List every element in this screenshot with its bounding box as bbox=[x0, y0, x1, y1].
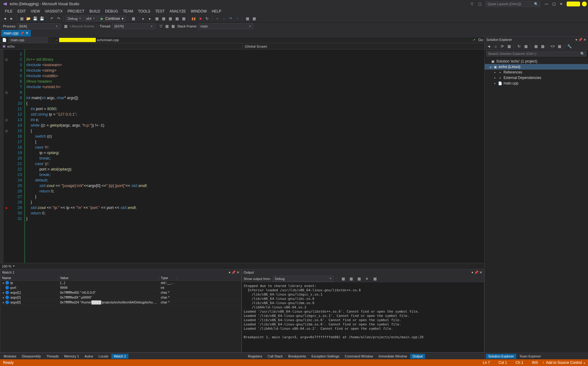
code-content[interactable]: //c++ std library #include <iostream> #i… bbox=[24, 49, 484, 263]
pin-icon[interactable]: 📌 bbox=[474, 271, 479, 274]
glyph-margin[interactable]: ⊟ ⊟⊟ ⊟ ● bbox=[4, 49, 9, 263]
lifecycle-events-button[interactable]: ▦ bbox=[63, 23, 69, 29]
tree-external-deps[interactable]: ▸▪External Dependencies bbox=[485, 75, 588, 81]
menu-tools[interactable]: TOOLS bbox=[136, 9, 153, 13]
break-all-button[interactable]: ▮▮ bbox=[191, 16, 197, 22]
watch-row[interactable]: ▸🔵 argv[0]0x7fffffffed24 "/home/████/pro… bbox=[0, 300, 241, 305]
toolbar-icon[interactable]: ▦ bbox=[181, 16, 187, 22]
restart-button[interactable]: ↻ bbox=[204, 16, 210, 22]
toolbar-icon[interactable]: ▦ bbox=[170, 23, 176, 29]
watch-grid[interactable]: NameValueType ▸🔵 ip{...}std::__cxx 🔵 por… bbox=[0, 275, 241, 352]
toolbar-icon[interactable]: ▦ bbox=[174, 16, 180, 22]
watch-row[interactable]: 🔵 port9999int bbox=[0, 285, 241, 290]
se-showall-button[interactable]: ▦ bbox=[533, 43, 539, 49]
menu-window[interactable]: WINDOW bbox=[188, 9, 209, 13]
toolbar-icon[interactable]: ▦ bbox=[251, 16, 257, 22]
close-icon[interactable]: ✕ bbox=[26, 31, 28, 35]
nav-back-button[interactable]: ◄ bbox=[2, 16, 8, 22]
toolbar-icon[interactable]: ▦ bbox=[356, 276, 362, 282]
toolbar-icon[interactable]: ▦ bbox=[160, 16, 167, 22]
tab-team-explorer[interactable]: Team Explorer bbox=[517, 354, 543, 359]
stackframe-combo[interactable]: main▼ bbox=[199, 23, 253, 29]
undo-button[interactable]: ↶ bbox=[49, 16, 55, 22]
tree-maincpp[interactable]: ▸📄main.cpp bbox=[485, 81, 588, 86]
toolbar-icon[interactable]: ▦ bbox=[167, 16, 173, 22]
se-tree[interactable]: ▣Solution 'echo' (1 project) ◢▣echo (Lin… bbox=[485, 57, 588, 353]
se-back-button[interactable]: ◄ bbox=[486, 43, 492, 49]
tab-modules[interactable]: Modules bbox=[1, 354, 19, 359]
menu-view[interactable]: VIEW bbox=[28, 9, 43, 13]
se-wrench-button[interactable]: 🔧 bbox=[566, 43, 572, 49]
breakpoint-icon[interactable]: ● bbox=[4, 205, 9, 210]
tab-command[interactable]: Command Window bbox=[342, 354, 375, 359]
se-pending-button[interactable]: ▦ bbox=[506, 43, 512, 49]
dropdown-icon[interactable]: ▾ bbox=[229, 271, 231, 274]
notifications-icon[interactable]: ▢ bbox=[477, 1, 482, 7]
se-preview-button[interactable]: ▦ bbox=[556, 43, 562, 49]
se-properties-button[interactable]: ▦ bbox=[540, 43, 546, 49]
tab-autos[interactable]: Autos bbox=[82, 354, 95, 359]
tab-solution-explorer[interactable]: Solution Explorer bbox=[486, 354, 516, 359]
tree-references[interactable]: ▸▪References bbox=[485, 70, 588, 75]
output-from-combo[interactable]: Debug▼ bbox=[273, 276, 334, 282]
toolbar-icon[interactable]: ▽ bbox=[158, 23, 164, 29]
tab-memory1[interactable]: Memory 1 bbox=[62, 354, 81, 359]
watch-row[interactable]: ▸🔵 argv[2]0x7fffffffed5f "-p9999"char * bbox=[0, 295, 241, 300]
zoom-combo[interactable]: 100 %▼ bbox=[0, 263, 484, 269]
se-collapse-button[interactable]: ▦ bbox=[523, 43, 529, 49]
menu-project[interactable]: PROJECT bbox=[65, 9, 87, 13]
se-search-input[interactable]: Search Solution Explorer (Ctrl+;) 🔍 bbox=[486, 51, 587, 57]
toolbar-icon[interactable]: ▦ bbox=[244, 16, 250, 22]
toolbar-icon[interactable]: ▦ bbox=[340, 276, 346, 282]
se-sync-button[interactable]: ⟳ bbox=[499, 43, 505, 49]
scope-function-combo[interactable]: (Global Scope) bbox=[242, 43, 485, 49]
output-text[interactable]: Stopped due to shared library event: Inf… bbox=[242, 282, 484, 352]
step-out-button[interactable]: ↑ bbox=[234, 16, 240, 22]
tab-disassembly[interactable]: Disassembly bbox=[20, 354, 43, 359]
tab-threads[interactable]: Threads bbox=[44, 354, 61, 359]
se-refresh-button[interactable]: ↻ bbox=[516, 43, 522, 49]
dropdown-icon[interactable]: ▾ bbox=[575, 38, 577, 42]
se-code-button[interactable]: <> bbox=[550, 43, 556, 49]
minimize-button[interactable]: — bbox=[544, 2, 549, 6]
toolbar-icon[interactable]: ▦ bbox=[372, 276, 378, 282]
stop-button[interactable]: ■ bbox=[197, 16, 203, 22]
toolbar-icon[interactable]: ▦ bbox=[164, 23, 170, 29]
save-all-button[interactable]: 💾 bbox=[39, 16, 45, 22]
tab-locals[interactable]: Locals bbox=[96, 354, 111, 359]
menu-test[interactable]: TEST bbox=[153, 9, 167, 13]
toolbar-icon[interactable]: ▦ bbox=[130, 16, 136, 22]
toolbar-icon[interactable]: ▸ bbox=[140, 16, 146, 22]
platform-combo[interactable]: x64▼ bbox=[84, 16, 97, 22]
tab-exceptions[interactable]: Exception Settings bbox=[309, 354, 342, 359]
menu-analyze[interactable]: ANALYZE bbox=[167, 9, 188, 13]
dropdown-icon[interactable]: ▾ bbox=[471, 271, 473, 274]
tab-callstack[interactable]: Call Stack bbox=[265, 354, 285, 359]
open-button[interactable]: 📂 bbox=[25, 16, 31, 22]
close-button[interactable]: ✕ bbox=[559, 2, 564, 6]
redo-button[interactable]: ↷ bbox=[56, 16, 62, 22]
quick-launch-input[interactable]: Quick Launch (Ctrl+Q) 🔍 bbox=[486, 1, 540, 7]
continue-button[interactable]: ▶Continue▾ bbox=[98, 16, 126, 22]
config-combo[interactable]: Debug▼ bbox=[66, 16, 83, 22]
se-home-button[interactable]: ⌂ bbox=[493, 43, 499, 49]
menu-team[interactable]: TEAM bbox=[120, 9, 135, 13]
step-over-button[interactable]: ↷ bbox=[228, 16, 234, 22]
go-icon[interactable]: ↗ bbox=[471, 37, 477, 43]
watch-row[interactable]: ▸🔵 argv[1]0x7fffffffed55 "-h0.0.0.0"char… bbox=[0, 290, 241, 295]
add-to-source-control[interactable]: ↑Add to Source Control▴ bbox=[542, 361, 585, 365]
tree-solution[interactable]: ▣Solution 'echo' (1 project) bbox=[485, 59, 588, 64]
new-project-button[interactable]: ▦ bbox=[19, 16, 25, 22]
watch-row[interactable]: ▸🔵 ip{...}std::__cxx bbox=[0, 281, 241, 285]
pin-icon[interactable]: 📌 bbox=[20, 32, 24, 35]
tab-breakpoints[interactable]: Breakpoints bbox=[286, 354, 308, 359]
maximize-button[interactable]: ▢ bbox=[551, 2, 556, 6]
document-tab[interactable]: main.cpp 📌 ✕ bbox=[1, 30, 31, 37]
menu-file[interactable]: FILE bbox=[2, 9, 15, 13]
nav-file-combo[interactable]: main.cpp bbox=[9, 37, 48, 43]
menu-edit[interactable]: EDIT bbox=[15, 9, 28, 13]
tab-output[interactable]: Output bbox=[410, 354, 425, 359]
menu-debug[interactable]: DEBUG bbox=[103, 9, 121, 13]
save-button[interactable]: 💾 bbox=[32, 16, 38, 22]
show-next-stmt-button[interactable]: → bbox=[214, 16, 220, 22]
